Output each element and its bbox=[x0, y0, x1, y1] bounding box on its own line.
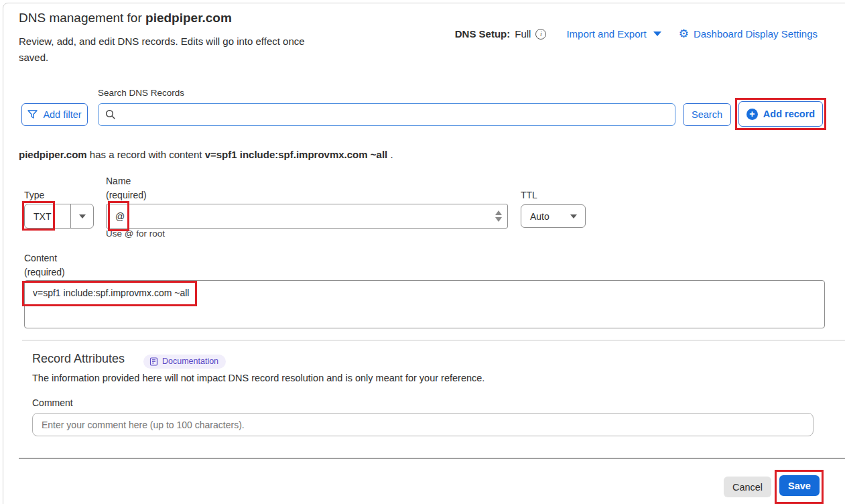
content-required-label: (required) bbox=[24, 267, 65, 277]
search-button-label: Search bbox=[692, 109, 722, 120]
add-filter-label: Add filter bbox=[43, 109, 81, 120]
name-input-box bbox=[106, 204, 508, 229]
book-icon bbox=[149, 357, 158, 366]
add-filter-button[interactable]: Add filter bbox=[21, 103, 88, 126]
save-label: Save bbox=[788, 481, 811, 491]
plus-circle-icon: + bbox=[746, 109, 758, 120]
documentation-label: Documentation bbox=[162, 357, 218, 366]
record-attributes-heading: Record Attributes bbox=[32, 352, 125, 366]
existing-record-notice: piedpiper.com has a record with content … bbox=[19, 149, 393, 160]
type-select[interactable]: TXT bbox=[24, 204, 94, 229]
info-icon[interactable]: i bbox=[535, 29, 546, 40]
search-button[interactable]: Search bbox=[683, 103, 731, 126]
name-stepper[interactable] bbox=[495, 210, 502, 222]
dashboard-settings-label: Dashboard Display Settings bbox=[694, 28, 818, 40]
header-toolbar: DNS Setup: Full i Import and Export ⚙ Da… bbox=[455, 28, 818, 40]
add-record-button[interactable]: + Add record bbox=[738, 101, 823, 127]
ttl-label: TTL bbox=[521, 190, 537, 200]
chevron-down-icon bbox=[570, 214, 577, 218]
stepper-up-icon[interactable] bbox=[495, 210, 502, 215]
page-title-domain: piedpiper.com bbox=[145, 11, 232, 25]
page-title: DNS management for piedpiper.com bbox=[19, 11, 232, 25]
search-input[interactable] bbox=[121, 104, 668, 125]
section-divider bbox=[22, 340, 845, 340]
type-select-value: TXT bbox=[25, 211, 70, 222]
notice-content: v=spf1 include:spf.improvmx.com ~all bbox=[205, 149, 388, 160]
dashboard-display-settings-link[interactable]: ⚙ Dashboard Display Settings bbox=[679, 28, 818, 40]
search-icon bbox=[105, 109, 116, 120]
cancel-label: Cancel bbox=[732, 482, 763, 493]
chevron-down-icon bbox=[653, 32, 661, 36]
name-input[interactable] bbox=[115, 211, 495, 222]
comment-input[interactable] bbox=[32, 413, 814, 436]
save-button[interactable]: Save bbox=[779, 475, 820, 496]
type-label: Type bbox=[24, 190, 44, 200]
import-export-label: Import and Export bbox=[566, 28, 646, 40]
ttl-select[interactable]: Auto bbox=[521, 204, 586, 228]
import-export-menu[interactable]: Import and Export bbox=[566, 28, 661, 40]
notice-middle: has a record with content bbox=[87, 149, 205, 160]
name-label: Name bbox=[106, 176, 131, 186]
page-subtitle: Review, add, and edit DNS records. Edits… bbox=[19, 34, 334, 66]
comment-label: Comment bbox=[32, 397, 73, 408]
search-field-label: Search DNS Records bbox=[98, 88, 184, 98]
ttl-select-value: Auto bbox=[530, 211, 549, 222]
add-record-label: Add record bbox=[763, 109, 815, 119]
notice-suffix: . bbox=[387, 149, 393, 160]
dns-management-page: DNS management for piedpiper.com Review,… bbox=[0, 0, 845, 504]
type-select-arrow-cell bbox=[71, 214, 93, 218]
dns-setup-label: DNS Setup: bbox=[455, 28, 511, 40]
filter-icon bbox=[27, 110, 38, 119]
name-hint: Use @ for root bbox=[106, 229, 165, 239]
content-label: Content bbox=[24, 253, 57, 263]
dns-setup-status: DNS Setup: Full i bbox=[455, 28, 547, 40]
notice-domain: piedpiper.com bbox=[19, 149, 87, 160]
chevron-down-icon bbox=[79, 214, 86, 218]
footer-divider bbox=[19, 458, 845, 459]
content-textarea[interactable]: v=spf1 include:spf.improvmx.com ~all bbox=[24, 280, 825, 328]
gear-icon: ⚙ bbox=[679, 28, 689, 40]
documentation-badge[interactable]: Documentation bbox=[143, 355, 226, 369]
stepper-down-icon[interactable] bbox=[495, 217, 502, 222]
page-title-prefix: DNS management for bbox=[19, 11, 145, 25]
name-required-label: (required) bbox=[106, 190, 147, 200]
cancel-button[interactable]: Cancel bbox=[724, 477, 771, 497]
dns-search-box bbox=[98, 103, 675, 126]
attributes-description: The information provided here will not i… bbox=[32, 373, 484, 383]
dns-setup-value: Full bbox=[515, 28, 531, 40]
